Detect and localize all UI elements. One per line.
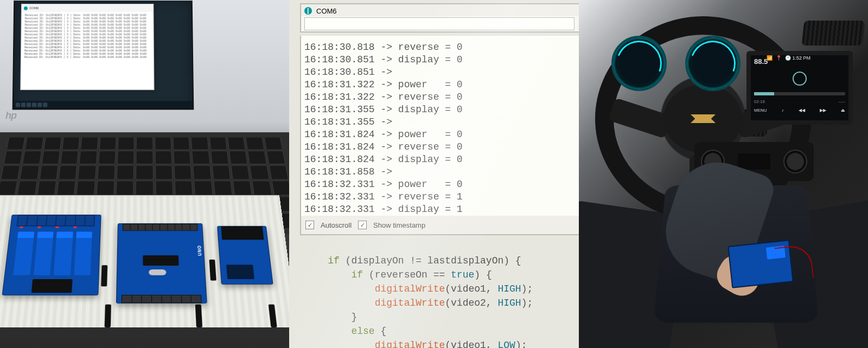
air-vent: [802, 21, 865, 46]
arduino-serial-monitor: COM6 16:18:30.818 -> reverse = 0 16:18:3…: [289, 0, 579, 348]
status-icon: 🕐 1:52 PM: [785, 55, 810, 61]
mini-window-title: COM6: [29, 7, 39, 10]
infotainment-button: ♪: [782, 107, 784, 114]
total-time: --:--: [838, 99, 845, 105]
status-icon: 📶: [767, 55, 773, 61]
infotainment-screen: 📶📍🕐 1:52 PM 88.5 02:18 --:-- MENU♪◀◀▶▶⏏: [746, 51, 853, 125]
infotainment-button: ◀◀: [799, 107, 805, 114]
serial-output[interactable]: 16:18:30.818 -> reverse = 0 16:18:30.851…: [300, 36, 579, 221]
arduino-prototype-on-console: [727, 240, 794, 288]
speedometer-gauge: [685, 36, 741, 91]
ide-code-snippet: if (displayOn != lastdisplayOn) { if (re…: [304, 240, 579, 348]
laptop-screen: COM6 Received ID: 0x13F9E9F8 | X | Data:…: [12, 1, 194, 110]
tachometer-gauge: [611, 36, 667, 91]
arduino-uno-board: UNO: [116, 223, 207, 304]
windows-taskbar: [14, 101, 193, 108]
serial-send-input[interactable]: [304, 17, 575, 30]
show-timestamp-checkbox[interactable]: ✓: [358, 221, 367, 229]
serial-monitor-title: COM6: [316, 7, 337, 15]
infotainment-button: MENU: [754, 107, 767, 114]
chevrolet-logo-icon: [691, 114, 716, 123]
infotainment-button: ▶▶: [820, 107, 826, 114]
mini-serial-window: COM6 Received ID: 0x13F9E9F8 | X | Data:…: [20, 4, 154, 90]
serial-send-row: [300, 16, 579, 33]
photo-laptop-hardware: COM6 Received ID: 0x13F9E9F8 | X | Data:…: [0, 0, 289, 348]
relay-module-4ch: [2, 215, 101, 295]
mini-serial-output: Received ID: 0x13F9E9F8 | X | Data: 0x00…: [22, 12, 152, 88]
autoscroll-checkbox[interactable]: ✓: [305, 221, 314, 229]
elapsed-time: 02:18: [754, 99, 765, 105]
breadboard-tray: UNO: [0, 195, 289, 327]
album-art-placeholder-icon: [793, 72, 807, 86]
uno-label: UNO: [196, 245, 203, 256]
status-icon: 📍: [776, 55, 782, 61]
hp-logo: hp: [5, 111, 16, 120]
photo-car-interior: 📶📍🕐 1:52 PM 88.5 02:18 --:-- MENU♪◀◀▶▶⏏: [579, 0, 868, 348]
autoscroll-label: Autoscroll: [321, 221, 352, 229]
serial-options-bar: ✓ Autoscroll ✓ Show timestamp: [300, 216, 579, 235]
show-timestamp-label: Show timestamp: [373, 221, 425, 229]
infotainment-button: ⏏: [841, 107, 845, 114]
arduino-logo-icon: [304, 7, 312, 15]
hvac-knob: [783, 150, 807, 173]
can-bus-shield: [217, 226, 273, 285]
